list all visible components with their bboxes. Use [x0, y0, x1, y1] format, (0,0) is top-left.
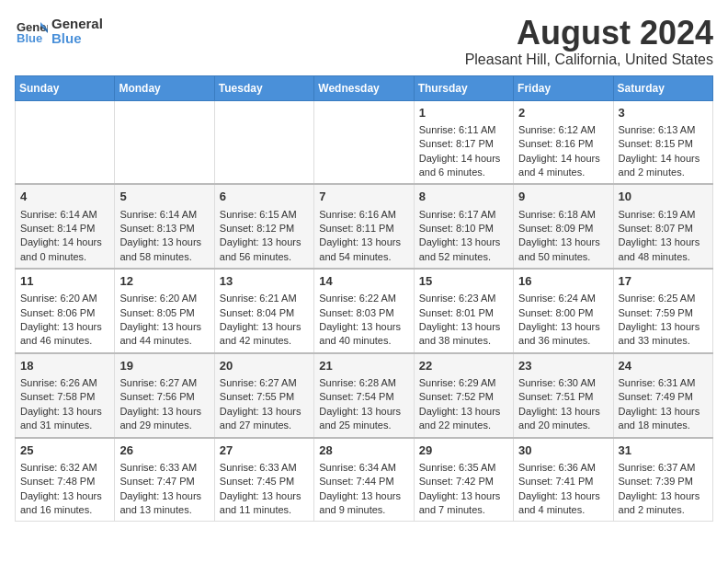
day-info: Sunrise: 6:11 AM — [419, 123, 508, 137]
day-info: and 29 minutes. — [119, 419, 209, 432]
day-info: Sunset: 8:01 PM — [419, 306, 508, 320]
day-info: Daylight: 13 hours — [419, 489, 508, 503]
day-number: 26 — [119, 442, 209, 459]
day-info: Sunrise: 6:17 AM — [419, 208, 508, 222]
day-info: Daylight: 14 hours — [419, 152, 508, 166]
week-row-2: 4Sunrise: 6:14 AMSunset: 8:14 PMDaylight… — [16, 184, 713, 269]
day-info: Sunset: 7:42 PM — [419, 475, 508, 488]
page-subtitle: Pleasant Hill, California, United States — [465, 52, 713, 68]
calendar-cell: 22Sunrise: 6:29 AMSunset: 7:52 PMDayligh… — [414, 353, 513, 438]
day-info: Daylight: 13 hours — [518, 236, 608, 249]
calendar-cell: 27Sunrise: 6:33 AMSunset: 7:45 PMDayligh… — [214, 438, 313, 522]
day-info: and 50 minutes. — [518, 250, 608, 264]
day-info: Sunrise: 6:27 AM — [119, 376, 209, 390]
week-row-5: 25Sunrise: 6:32 AMSunset: 7:48 PMDayligh… — [16, 438, 713, 522]
day-info: Sunset: 8:16 PM — [518, 137, 608, 151]
day-info: and 6 minutes. — [419, 166, 508, 179]
day-number: 1 — [419, 105, 508, 121]
day-info: Sunrise: 6:22 AM — [319, 292, 408, 305]
day-number: 6 — [220, 189, 309, 205]
day-number: 14 — [319, 273, 408, 290]
day-info: Daylight: 13 hours — [319, 489, 408, 503]
day-info: Daylight: 13 hours — [419, 405, 508, 419]
day-number: 7 — [319, 189, 408, 205]
day-info: Sunrise: 6:35 AM — [419, 461, 508, 475]
day-info: Sunrise: 6:28 AM — [319, 376, 408, 390]
day-info: Sunset: 8:03 PM — [319, 306, 408, 320]
day-info: and 13 minutes. — [119, 503, 209, 517]
day-info: and 42 minutes. — [220, 334, 309, 348]
day-info: Daylight: 13 hours — [119, 320, 209, 334]
calendar-cell: 13Sunrise: 6:21 AMSunset: 8:04 PMDayligh… — [214, 269, 313, 353]
day-number: 18 — [20, 358, 109, 374]
day-info: Sunrise: 6:13 AM — [619, 123, 708, 137]
day-info: Daylight: 14 hours — [518, 152, 608, 166]
day-info: Sunrise: 6:31 AM — [619, 376, 708, 390]
day-info: and 33 minutes. — [619, 334, 708, 348]
day-info: Sunset: 7:47 PM — [119, 475, 209, 488]
day-info: Daylight: 13 hours — [220, 405, 309, 419]
day-number: 29 — [419, 442, 508, 459]
day-info: Sunset: 7:55 PM — [220, 390, 309, 404]
calendar-cell: 16Sunrise: 6:24 AMSunset: 8:00 PMDayligh… — [514, 269, 613, 353]
day-info: and 16 minutes. — [20, 503, 109, 517]
logo-line1: General — [51, 17, 103, 32]
day-info: Daylight: 13 hours — [20, 489, 109, 503]
calendar-cell — [115, 100, 214, 184]
day-info: Sunset: 8:05 PM — [119, 306, 209, 320]
day-info: and 9 minutes. — [319, 503, 408, 517]
calendar-cell: 30Sunrise: 6:36 AMSunset: 7:41 PMDayligh… — [514, 438, 613, 522]
day-info: Daylight: 13 hours — [20, 320, 109, 334]
week-row-3: 11Sunrise: 6:20 AMSunset: 8:06 PMDayligh… — [16, 269, 713, 353]
day-info: and 48 minutes. — [619, 250, 708, 264]
day-number: 20 — [220, 358, 309, 374]
day-info: Daylight: 13 hours — [119, 405, 209, 419]
day-info: Sunset: 8:13 PM — [119, 222, 209, 236]
calendar-header-row: SundayMondayTuesdayWednesdayThursdayFrid… — [16, 75, 713, 100]
day-number: 11 — [20, 273, 109, 290]
day-info: Daylight: 13 hours — [419, 236, 508, 249]
day-info: Sunrise: 6:33 AM — [220, 461, 309, 475]
calendar-cell: 12Sunrise: 6:20 AMSunset: 8:05 PMDayligh… — [115, 269, 214, 353]
week-row-4: 18Sunrise: 6:26 AMSunset: 7:58 PMDayligh… — [16, 353, 713, 438]
week-row-1: 1Sunrise: 6:11 AMSunset: 8:17 PMDaylight… — [16, 100, 713, 184]
column-header-friday: Friday — [514, 75, 613, 100]
column-header-sunday: Sunday — [16, 75, 115, 100]
calendar-cell: 29Sunrise: 6:35 AMSunset: 7:42 PMDayligh… — [414, 438, 513, 522]
day-number: 15 — [419, 273, 508, 290]
day-number: 10 — [619, 189, 708, 205]
day-info: and 36 minutes. — [518, 334, 608, 348]
day-info: Sunrise: 6:15 AM — [220, 208, 309, 222]
day-number: 4 — [20, 189, 109, 205]
day-info: Sunset: 7:56 PM — [119, 390, 209, 404]
day-info: Sunset: 8:00 PM — [518, 306, 608, 320]
day-info: Sunrise: 6:24 AM — [518, 292, 608, 305]
day-info: Sunset: 7:41 PM — [518, 475, 608, 488]
day-info: Sunset: 7:58 PM — [20, 390, 109, 404]
calendar-cell: 31Sunrise: 6:37 AMSunset: 7:39 PMDayligh… — [613, 438, 712, 522]
day-number: 16 — [518, 273, 608, 290]
column-header-saturday: Saturday — [613, 75, 712, 100]
day-info: and 4 minutes. — [518, 503, 608, 517]
day-info: and 56 minutes. — [220, 250, 309, 264]
calendar-cell: 1Sunrise: 6:11 AMSunset: 8:17 PMDaylight… — [414, 100, 513, 184]
day-info: Sunset: 7:49 PM — [619, 390, 708, 404]
day-info: Sunrise: 6:33 AM — [119, 461, 209, 475]
day-number: 12 — [119, 273, 209, 290]
column-header-thursday: Thursday — [414, 75, 513, 100]
calendar-cell: 6Sunrise: 6:15 AMSunset: 8:12 PMDaylight… — [214, 184, 313, 269]
day-number: 28 — [319, 442, 408, 459]
day-info: Sunrise: 6:37 AM — [619, 461, 708, 475]
day-info: and 7 minutes. — [419, 503, 508, 517]
day-info: Sunset: 7:39 PM — [619, 475, 708, 488]
logo-line2: Blue — [51, 31, 103, 47]
calendar-cell: 14Sunrise: 6:22 AMSunset: 8:03 PMDayligh… — [314, 269, 414, 353]
day-info: Sunset: 7:48 PM — [20, 475, 109, 488]
day-info: Daylight: 14 hours — [619, 152, 708, 166]
day-number: 2 — [518, 105, 608, 121]
day-info: Sunrise: 6:30 AM — [518, 376, 608, 390]
day-info: Sunrise: 6:21 AM — [220, 292, 309, 305]
calendar-cell: 23Sunrise: 6:30 AMSunset: 7:51 PMDayligh… — [514, 353, 613, 438]
column-header-wednesday: Wednesday — [314, 75, 414, 100]
calendar-cell: 7Sunrise: 6:16 AMSunset: 8:11 PMDaylight… — [314, 184, 414, 269]
